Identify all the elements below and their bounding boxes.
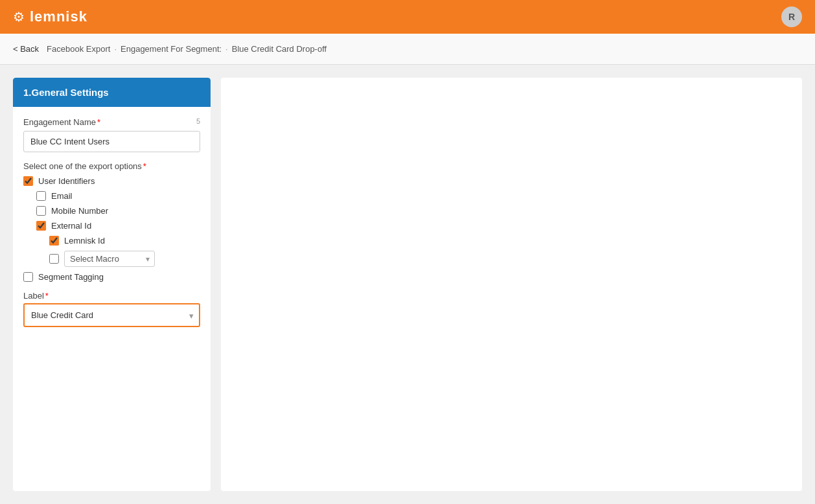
mobile-number-label: Mobile Number (51, 206, 108, 216)
lemnisk-id-row: Lemnisk Id (23, 236, 200, 246)
label-field-label: Label* (23, 291, 200, 301)
logo-icon: ⚙ (13, 9, 25, 25)
logo-text: lemnisk (30, 8, 87, 25)
avatar[interactable]: R (781, 6, 802, 27)
breadcrumb: < Back Facebook Export · Engagement For … (0, 34, 815, 65)
required-marker: * (97, 117, 100, 127)
segment-tagging-label: Segment Tagging (38, 272, 104, 282)
lemnisk-id-label: Lemnisk Id (64, 236, 105, 246)
email-checkbox[interactable] (36, 191, 46, 201)
label-field: Label* Blue Credit Card Red Credit Card … (23, 291, 200, 327)
macro-row: Select Macro Option 1 Option 2 (23, 251, 200, 267)
label-select[interactable]: Blue Credit Card Red Credit Card Gold Cr… (23, 303, 200, 327)
user-identifiers-row: User Identifiers (23, 176, 200, 186)
macro-select[interactable]: Select Macro Option 1 Option 2 (64, 251, 155, 267)
user-identifiers-checkbox[interactable] (23, 176, 33, 186)
breadcrumb-separator-2: · (114, 44, 117, 54)
mobile-number-checkbox[interactable] (36, 206, 46, 216)
logo: ⚙ lemnisk (13, 8, 87, 25)
section-header: 1.General Settings (13, 78, 211, 107)
sidebar-panel: 1.General Settings Engagement Name* 5 Se… (13, 78, 211, 491)
breadcrumb-facebook-export: Facebook Export (47, 44, 110, 54)
export-required: * (143, 161, 146, 171)
email-label: Email (51, 191, 73, 201)
segment-tagging-row: Segment Tagging (23, 272, 200, 282)
external-id-checkbox[interactable] (36, 221, 46, 231)
char-count: 5 (196, 117, 200, 125)
main-layout: 1.General Settings Engagement Name* 5 Se… (0, 65, 815, 504)
lemnisk-id-checkbox[interactable] (49, 236, 59, 246)
external-id-row: External Id (23, 221, 200, 231)
label-required: * (45, 291, 49, 301)
mobile-number-row: Mobile Number (23, 206, 200, 216)
form-body: Engagement Name* 5 Select one of the exp… (13, 107, 211, 338)
export-options-label: Select one of the export options* (23, 161, 200, 171)
macro-select-wrapper: Select Macro Option 1 Option 2 (64, 251, 155, 267)
breadcrumb-segment: Blue Credit Card Drop-off (232, 44, 327, 54)
engagement-name-label: Engagement Name* 5 (23, 117, 200, 127)
app-header: ⚙ lemnisk R (0, 0, 815, 34)
segment-tagging-checkbox[interactable] (23, 272, 33, 282)
back-button[interactable]: < Back (13, 44, 39, 54)
label-select-wrapper: Blue Credit Card Red Credit Card Gold Cr… (23, 303, 200, 327)
breadcrumb-engagement: Engagement For Segment: (121, 44, 222, 54)
breadcrumb-separator-3: · (225, 44, 228, 54)
email-row: Email (23, 191, 200, 201)
macro-checkbox[interactable] (49, 254, 59, 264)
external-id-label: External Id (51, 221, 91, 231)
engagement-name-input[interactable] (23, 131, 200, 152)
content-panel (221, 78, 802, 491)
user-identifiers-label: User Identifiers (38, 176, 95, 186)
